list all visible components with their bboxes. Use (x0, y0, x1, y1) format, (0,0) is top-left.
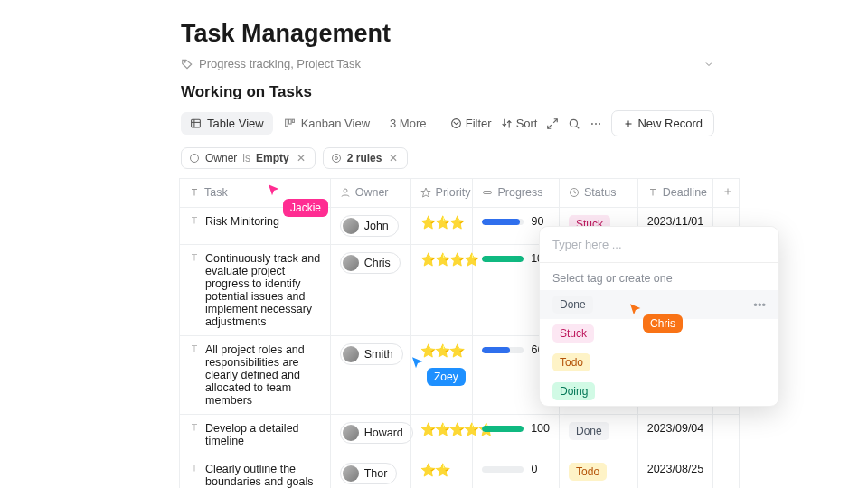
views-more[interactable]: 3 More (381, 112, 435, 135)
close-icon[interactable]: ✕ (295, 152, 307, 164)
text-icon (189, 187, 200, 198)
owner-pill[interactable]: Smith (340, 343, 403, 365)
svg-point-0 (184, 61, 185, 61)
table-row[interactable]: Develop a detailed timeline Howard ⭐⭐⭐⭐⭐… (180, 415, 740, 455)
task-text: All project roles and responsibilities a… (205, 343, 321, 407)
popup-option-doing[interactable]: Doing (540, 377, 778, 406)
tab-table-view[interactable]: Table View (181, 112, 273, 135)
more-icon[interactable]: ••• (753, 298, 766, 312)
sort-icon (501, 117, 513, 129)
filter-icon (450, 117, 462, 129)
priority-stars[interactable]: ⭐⭐⭐ (420, 343, 464, 358)
star-icon (420, 187, 431, 198)
col-owner[interactable]: Owner (330, 179, 410, 208)
svg-point-10 (571, 119, 578, 127)
svg-point-7 (451, 119, 460, 128)
col-deadline[interactable]: Deadline (637, 179, 712, 208)
filter-chip-owner[interactable]: Owner is Empty ✕ (181, 147, 316, 169)
popup-search-input[interactable] (540, 227, 778, 262)
progress-value: 90 (531, 215, 543, 228)
progress-icon (482, 187, 493, 198)
svg-marker-23 (421, 188, 430, 197)
rules-icon (331, 153, 342, 164)
tab-kanban-view[interactable]: Kanban View (275, 112, 379, 135)
svg-line-11 (577, 126, 580, 128)
tag-icon (181, 58, 193, 70)
avatar (343, 425, 359, 441)
svg-rect-4 (285, 119, 288, 127)
svg-point-18 (332, 155, 340, 163)
owner-pill[interactable]: Thor (340, 463, 398, 484)
progress-cell[interactable]: 0 (482, 463, 550, 475)
svg-point-19 (335, 157, 337, 160)
owner-filter-icon (189, 153, 200, 164)
tag-todo: Todo (552, 353, 590, 371)
text-icon (189, 215, 200, 226)
svg-rect-24 (484, 192, 492, 194)
status-popup: Select tag or create one Done•••StuckTod… (539, 226, 779, 407)
col-task[interactable]: Task (180, 179, 331, 208)
text-icon (189, 463, 200, 474)
close-icon[interactable]: ✕ (387, 152, 400, 164)
text-icon (189, 252, 200, 263)
tags-line: Progress tracking, Project Task (199, 57, 361, 70)
user-icon (340, 187, 351, 198)
priority-stars[interactable]: ⭐⭐⭐⭐ (420, 252, 478, 267)
expand-icon[interactable] (546, 117, 559, 130)
col-status[interactable]: Status (560, 179, 638, 208)
svg-line-9 (548, 125, 552, 128)
task-text: Risk Minitoring (205, 215, 279, 228)
svg-rect-1 (192, 119, 201, 127)
popup-option-done[interactable]: Done••• (540, 290, 778, 319)
popup-hint: Select tag or create one (540, 263, 778, 290)
svg-line-8 (554, 118, 558, 122)
status-badge[interactable]: Todo (569, 463, 607, 481)
plus-icon (623, 118, 634, 129)
owner-pill[interactable]: John (340, 215, 399, 237)
owner-name: Howard (364, 427, 403, 439)
avatar (343, 255, 359, 271)
status-badge[interactable]: Done (569, 422, 609, 440)
search-icon[interactable] (568, 117, 580, 130)
col-progress[interactable]: Progress (473, 179, 560, 208)
kanban-icon (284, 117, 296, 129)
svg-point-12 (591, 123, 593, 125)
svg-rect-5 (288, 119, 291, 124)
owner-name: Thor (364, 467, 388, 480)
col-add[interactable] (713, 179, 740, 208)
filter-button[interactable]: Filter (450, 117, 492, 130)
section-title: Working on Tasks (181, 83, 714, 101)
popup-option-stuck[interactable]: Stuck (540, 319, 778, 348)
subtitle-row: Progress tracking, Project Task (181, 57, 714, 70)
toolbar: Table View Kanban View 3 More Filter Sor… (181, 110, 714, 136)
chevron-down-icon[interactable] (703, 59, 714, 70)
deadline-text: 2023/09/04 (637, 415, 712, 455)
sort-button[interactable]: Sort (501, 117, 538, 130)
avatar (343, 218, 359, 234)
popup-option-todo[interactable]: Todo (540, 348, 778, 377)
owner-name: Chris (364, 257, 391, 269)
more-icon[interactable] (590, 117, 602, 130)
page-title: Task Management (181, 20, 714, 48)
filter-chip-rules[interactable]: 2 rules ✕ (323, 147, 409, 169)
svg-point-22 (344, 189, 347, 192)
owner-pill[interactable]: Howard (340, 422, 413, 444)
priority-stars[interactable]: ⭐⭐⭐ (420, 215, 464, 230)
svg-point-17 (191, 155, 199, 163)
svg-point-14 (599, 123, 601, 125)
progress-value: 0 (531, 463, 537, 475)
owner-name: Smith (364, 348, 393, 361)
task-text: Clearly outline the boundaries and goals (205, 463, 321, 488)
tag-stuck: Stuck (552, 324, 594, 343)
svg-point-13 (596, 123, 598, 125)
col-priority[interactable]: Priority (410, 179, 473, 208)
new-record-button[interactable]: New Record (611, 110, 714, 136)
task-text: Develop a detailed timeline (205, 422, 321, 447)
progress-value: 100 (531, 422, 550, 435)
owner-pill[interactable]: Chris (340, 252, 401, 274)
text-icon (647, 187, 658, 198)
priority-stars[interactable]: ⭐⭐ (420, 463, 449, 477)
table-row[interactable]: Clearly outline the boundaries and goals… (180, 455, 740, 489)
progress-cell[interactable]: 90 (482, 215, 550, 228)
avatar (343, 346, 359, 362)
